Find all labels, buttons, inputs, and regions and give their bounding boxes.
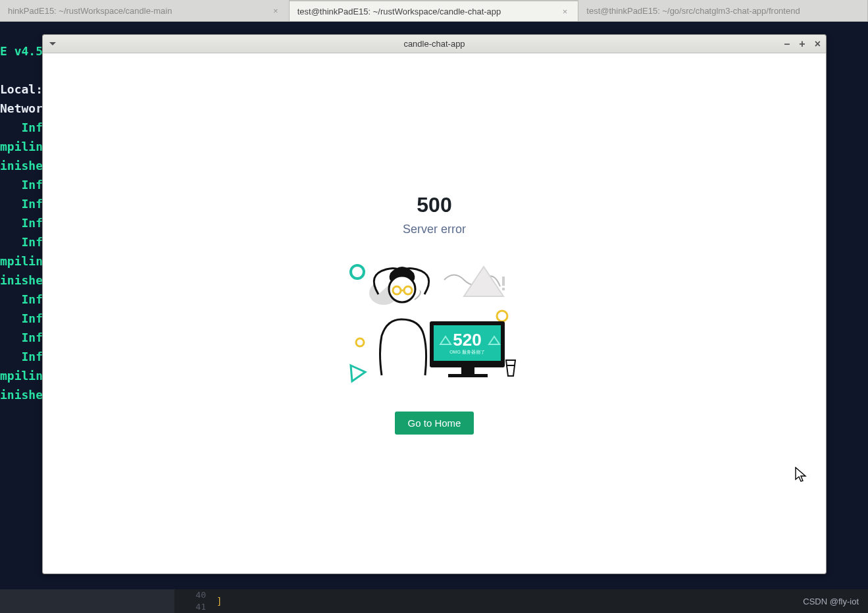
error-message: Server error: [403, 223, 466, 236]
terminal-row: Inf: [22, 235, 43, 249]
terminal-row: mpilin: [0, 369, 43, 383]
os-tab-2[interactable]: test@thinkPadE15: ~/go/src/chatglm3-chat…: [578, 0, 868, 21]
terminal-row: inishe: [0, 159, 43, 173]
editor-sidebar: [0, 589, 174, 613]
terminal-network-label: Networ: [0, 101, 43, 115]
os-tab-label: hinkPadE15: ~/rustWorkspace/candle-main: [8, 6, 172, 16]
close-icon[interactable]: ×: [815, 39, 821, 49]
editor-strip: 40 41 ]: [0, 589, 868, 613]
error-code: 500: [417, 193, 451, 217]
svg-rect-0: [502, 277, 505, 286]
window-titlebar[interactable]: candle-chat-app – + ×: [43, 35, 826, 53]
terminal-row: Inf: [22, 350, 43, 363]
terminal-row: Inf: [22, 197, 43, 211]
terminal-local-label: Local:: [0, 82, 43, 96]
terminal-row: mpilin: [0, 140, 43, 153]
terminal-version: E v4.5: [0, 44, 43, 58]
svg-point-2: [351, 265, 364, 279]
svg-rect-13: [448, 374, 488, 377]
minimize-icon[interactable]: –: [784, 39, 790, 49]
maximize-icon[interactable]: +: [799, 39, 805, 49]
os-tab-1[interactable]: test@thinkPadE15: ~/rustWorkspace/candle…: [290, 0, 579, 21]
svg-point-4: [356, 338, 364, 346]
error-illustration: 520 OMG 服务器崩了: [345, 260, 523, 385]
editor-line-numbers: 40 41: [174, 589, 217, 613]
menu-dropdown-icon[interactable]: [49, 42, 56, 45]
watermark: CSDN @fly-iot: [803, 597, 859, 606]
terminal-row: inishe: [0, 388, 43, 402]
terminal-row: Inf: [22, 216, 43, 230]
editor-token: ]: [217, 596, 222, 606]
os-tab-label: test@thinkPadE15: ~/go/src/chatglm3-chat…: [586, 6, 800, 16]
app-window: candle-chat-app – + × 500 Server error: [42, 34, 827, 574]
app-body: 500 Server error: [43, 53, 826, 573]
screen-error-code: 520: [453, 330, 481, 350]
terminal-row: Inf: [22, 311, 43, 325]
svg-rect-12: [461, 367, 474, 374]
go-home-button[interactable]: Go to Home: [395, 412, 474, 435]
terminal-row: Inf: [22, 178, 43, 192]
window-title: candle-chat-app: [43, 39, 826, 49]
window-controls: – + ×: [784, 35, 821, 53]
svg-point-3: [497, 311, 507, 321]
os-tab-label: test@thinkPadE15: ~/rustWorkspace/candle…: [297, 7, 501, 16]
screen-error-sub: OMG 服务器崩了: [449, 350, 485, 354]
terminal-row: Inf: [22, 292, 43, 306]
close-icon[interactable]: ×: [563, 7, 568, 16]
terminal-row: inishe: [0, 273, 43, 287]
os-tabbar: hinkPadE15: ~/rustWorkspace/candle-main …: [0, 0, 868, 22]
close-icon[interactable]: ×: [273, 6, 278, 16]
svg-rect-1: [502, 288, 505, 290]
terminal-row: Inf: [22, 331, 43, 344]
os-tab-0[interactable]: hinkPadE15: ~/rustWorkspace/candle-main …: [0, 0, 290, 21]
terminal-row: Inf: [22, 120, 43, 134]
terminal-row: mpilin: [0, 254, 43, 268]
